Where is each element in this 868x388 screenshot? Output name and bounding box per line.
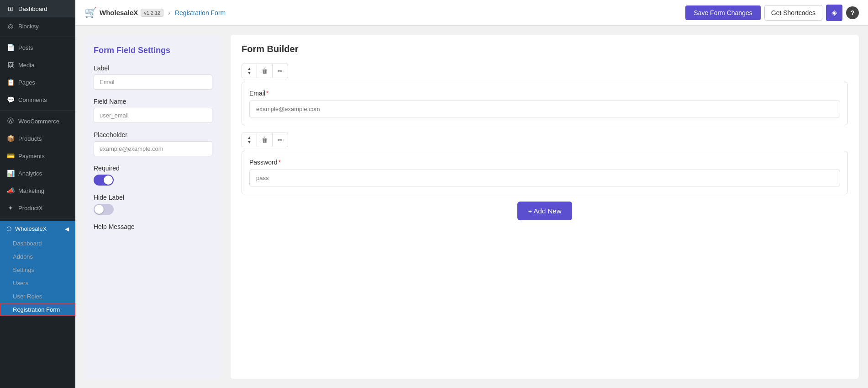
settings-panel: Form Field Settings Label Field Name Pla… [84,35,221,379]
placeholder-label: Placeholder [94,131,212,138]
sidebar-sub-item-addons[interactable]: Addons [0,250,75,263]
email-edit-button[interactable]: ✏ [273,64,288,78]
sidebar: ⊞ Dashboard ◎ Blocksy 📄 Posts 🖼 Media 📋 … [0,0,75,388]
topbar-left: 🛒 WholesaleX v1.2.12 › Registration Form [84,7,226,19]
chevron-icon: ◀ [65,226,69,232]
sidebar-item-payments[interactable]: 💳 Payments [0,147,75,165]
sidebar-item-label: ProductX [18,205,42,212]
productx-icon: ✦ [6,204,15,212]
trash-icon: 🗑 [262,68,268,74]
password-move-button[interactable]: ▲ ▼ [242,133,257,147]
sidebar-sub-item-user-roles[interactable]: User Roles [0,290,75,303]
sidebar-item-media[interactable]: 🖼 Media [0,56,75,74]
sidebar-item-label: Payments [18,153,45,159]
sidebar-item-productx[interactable]: ✦ ProductX [0,199,75,217]
toggle-knob-hide [95,205,104,214]
get-shortcodes-button[interactable]: Get Shortcodes [764,5,822,21]
builder-title: Form Builder [242,44,848,54]
sidebar-item-products[interactable]: 📦 Products [0,130,75,147]
sidebar-item-label: Posts [18,44,33,51]
sidebar-item-posts[interactable]: 📄 Posts [0,39,75,56]
diamond-icon: ◈ [831,8,837,17]
sidebar-item-label: WooCommerce [18,118,59,125]
pencil-icon: ✏ [278,68,283,74]
password-delete-button[interactable]: 🗑 [257,133,273,147]
required-group: Required [94,165,212,186]
sidebar-item-dashboard[interactable]: ⊞ Dashboard [0,0,75,17]
media-icon: 🖼 [6,61,15,69]
up-arrow-icon: ▲ [247,135,252,140]
email-move-button[interactable]: ▲ ▼ [242,64,257,78]
content-area: Form Field Settings Label Field Name Pla… [75,26,868,388]
hide-label-label: Hide Label [94,194,212,201]
diamond-button[interactable]: ◈ [826,5,842,21]
email-delete-button[interactable]: 🗑 [257,64,273,78]
dashboard-icon: ⊞ [6,5,15,13]
logo-icon: 🛒 [84,7,97,19]
sidebar-item-label: Comments [18,96,47,103]
email-field-input[interactable] [249,101,840,117]
toggle-knob [104,175,113,185]
pages-icon: 📋 [6,78,15,86]
password-field-card: Password* [242,151,848,194]
add-new-button[interactable]: + Add New [517,202,573,220]
sidebar-item-label: Media [18,62,34,69]
payments-icon: 💳 [6,152,15,160]
help-message-group: Help Message [94,223,212,230]
email-required-star: * [266,90,268,97]
topbar: 🛒 WholesaleX v1.2.12 › Registration Form… [75,0,868,26]
sidebar-item-wholesalex[interactable]: ⬡ WholesaleX ◀ [0,221,75,237]
wholesalex-section: ⬡ WholesaleX ◀ Dashboard Addons Settings… [0,221,75,316]
sidebar-sub-item-dashboard[interactable]: Dashboard [0,237,75,250]
wholesalex-icon: ⬡ [6,225,11,232]
sidebar-sub-item-registration-form[interactable]: Registration Form [0,303,75,316]
placeholder-group: Placeholder [94,131,212,156]
sidebar-sub-item-settings[interactable]: Settings [0,263,75,276]
settings-panel-title: Form Field Settings [94,46,212,55]
help-icon[interactable]: ? [846,6,859,19]
sidebar-item-pages[interactable]: 📋 Pages [0,74,75,91]
products-icon: 📦 [6,134,15,143]
hide-label-group: Hide Label [94,194,212,215]
sidebar-sub-item-users[interactable]: Users [0,276,75,290]
sidebar-item-analytics[interactable]: 📊 Analytics [0,165,75,182]
required-toggle[interactable] [94,175,114,186]
marketing-icon: 📣 [6,186,15,195]
sidebar-item-comments[interactable]: 💬 Comments [0,91,75,108]
password-field-controls: ▲ ▼ 🗑 ✏ [242,133,848,147]
topbar-right: Save Form Changes Get Shortcodes ◈ ? [685,5,859,21]
label-field-group: Label [94,64,212,90]
password-edit-button[interactable]: ✏ [273,133,288,147]
help-message-label: Help Message [94,223,212,230]
version-badge: v1.2.12 [141,9,163,17]
field-name-input[interactable] [94,108,212,123]
label-field-label: Label [94,64,212,72]
breadcrumb-link[interactable]: Registration Form [175,9,226,16]
password-field-input[interactable] [249,170,840,186]
required-toggle-container [94,175,212,186]
breadcrumb-arrow: › [168,9,170,16]
sidebar-item-label: Blocksy [18,23,39,30]
label-input[interactable] [94,74,212,90]
password-required-star: * [278,159,280,166]
sidebar-item-label: Marketing [18,187,44,194]
sidebar-item-marketing[interactable]: 📣 Marketing [0,182,75,199]
pencil-icon: ✏ [278,137,283,144]
sidebar-item-label: Pages [18,79,35,86]
woocommerce-icon: Ⓦ [6,117,15,125]
hide-label-toggle-container [94,204,212,215]
posts-icon: 📄 [6,43,15,52]
email-field-name: Email* [249,90,840,97]
sidebar-item-blocksy[interactable]: ◎ Blocksy [0,17,75,35]
builder-panel: Form Builder ▲ ▼ 🗑 ✏ Email* [231,35,859,379]
sidebar-item-label: Products [18,135,42,142]
hide-label-toggle[interactable] [94,204,114,215]
sidebar-item-label: Analytics [18,170,42,177]
placeholder-input[interactable] [94,141,212,156]
comments-icon: 💬 [6,96,15,104]
sidebar-item-label: Dashboard [18,5,47,12]
sidebar-item-woocommerce[interactable]: Ⓦ WooCommerce [0,112,75,130]
email-field-controls: ▲ ▼ 🗑 ✏ [242,64,848,78]
main-content: 🛒 WholesaleX v1.2.12 › Registration Form… [75,0,868,388]
save-form-changes-button[interactable]: Save Form Changes [685,5,760,20]
